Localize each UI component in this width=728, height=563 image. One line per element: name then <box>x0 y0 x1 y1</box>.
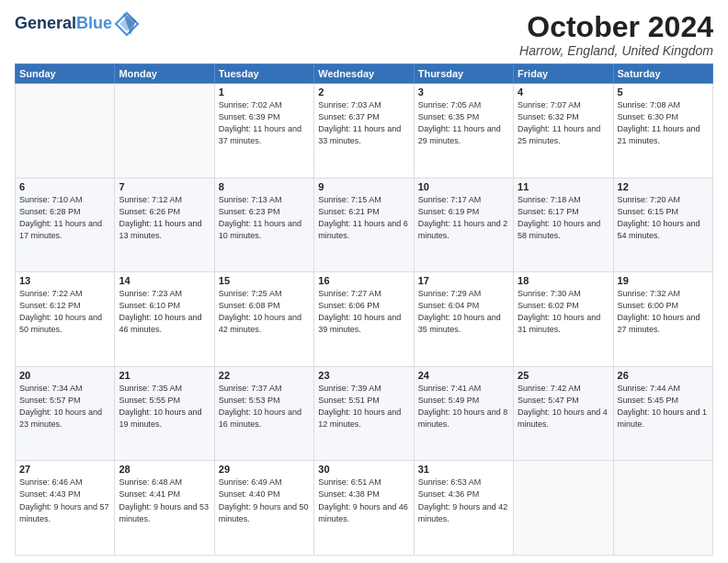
day-number: 8 <box>219 181 310 192</box>
day-info: Sunrise: 7:10 AM Sunset: 6:28 PM Dayligh… <box>19 194 110 242</box>
day-number: 22 <box>219 370 310 381</box>
calendar-week-1: 1Sunrise: 7:02 AM Sunset: 6:39 PM Daylig… <box>16 84 713 178</box>
calendar-cell: 20Sunrise: 7:34 AM Sunset: 5:57 PM Dayli… <box>16 366 115 461</box>
logo-icon <box>114 11 140 37</box>
calendar-cell: 12Sunrise: 7:20 AM Sunset: 6:15 PM Dayli… <box>613 178 712 272</box>
day-number: 11 <box>518 181 609 192</box>
day-number: 24 <box>418 370 509 381</box>
calendar-week-3: 13Sunrise: 7:22 AM Sunset: 6:12 PM Dayli… <box>16 272 713 367</box>
calendar-cell: 4Sunrise: 7:07 AM Sunset: 6:32 PM Daylig… <box>514 84 613 178</box>
day-info: Sunrise: 6:53 AM Sunset: 4:36 PM Dayligh… <box>418 477 509 524</box>
day-info: Sunrise: 6:48 AM Sunset: 4:41 PM Dayligh… <box>119 477 210 524</box>
page: GeneralBlue October 2024 Harrow, England… <box>0 0 728 563</box>
day-number: 20 <box>19 370 110 381</box>
logo-text: GeneralBlue <box>15 15 112 33</box>
calendar-cell: 14Sunrise: 7:23 AM Sunset: 6:10 PM Dayli… <box>115 272 214 367</box>
calendar-week-2: 6Sunrise: 7:10 AM Sunset: 6:28 PM Daylig… <box>16 178 713 272</box>
calendar-cell <box>613 461 712 556</box>
day-info: Sunrise: 7:32 AM Sunset: 6:00 PM Dayligh… <box>618 288 709 336</box>
calendar-cell: 22Sunrise: 7:37 AM Sunset: 5:53 PM Dayli… <box>214 366 313 461</box>
day-info: Sunrise: 7:18 AM Sunset: 6:17 PM Dayligh… <box>518 194 609 242</box>
calendar-cell: 23Sunrise: 7:39 AM Sunset: 5:51 PM Dayli… <box>314 366 414 461</box>
day-info: Sunrise: 7:27 AM Sunset: 6:06 PM Dayligh… <box>318 288 409 336</box>
day-number: 15 <box>219 275 310 286</box>
calendar-cell: 3Sunrise: 7:05 AM Sunset: 6:35 PM Daylig… <box>414 84 513 178</box>
day-number: 25 <box>518 370 609 381</box>
day-info: Sunrise: 7:03 AM Sunset: 6:37 PM Dayligh… <box>318 99 409 147</box>
day-info: Sunrise: 7:42 AM Sunset: 5:47 PM Dayligh… <box>518 383 609 431</box>
day-number: 1 <box>219 86 310 98</box>
day-info: Sunrise: 7:02 AM Sunset: 6:39 PM Dayligh… <box>219 99 310 147</box>
day-number: 2 <box>318 86 409 98</box>
day-number: 13 <box>19 275 110 286</box>
month-title: October 2024 <box>519 11 713 43</box>
day-info: Sunrise: 7:17 AM Sunset: 6:19 PM Dayligh… <box>418 194 509 242</box>
day-number: 29 <box>219 464 310 475</box>
day-info: Sunrise: 7:37 AM Sunset: 5:53 PM Dayligh… <box>219 383 310 431</box>
calendar-cell: 16Sunrise: 7:27 AM Sunset: 6:06 PM Dayli… <box>314 272 414 367</box>
day-number: 4 <box>518 86 609 98</box>
day-info: Sunrise: 7:22 AM Sunset: 6:12 PM Dayligh… <box>19 288 110 336</box>
calendar-cell: 27Sunrise: 6:46 AM Sunset: 4:43 PM Dayli… <box>16 461 115 556</box>
calendar-cell: 21Sunrise: 7:35 AM Sunset: 5:55 PM Dayli… <box>115 366 214 461</box>
calendar-cell: 24Sunrise: 7:41 AM Sunset: 5:49 PM Dayli… <box>414 366 513 461</box>
day-number: 14 <box>119 275 210 286</box>
col-thursday: Thursday <box>414 64 513 84</box>
day-info: Sunrise: 6:49 AM Sunset: 4:40 PM Dayligh… <box>219 477 310 524</box>
day-info: Sunrise: 7:12 AM Sunset: 6:26 PM Dayligh… <box>119 194 210 242</box>
day-number: 27 <box>19 464 110 475</box>
day-info: Sunrise: 7:23 AM Sunset: 6:10 PM Dayligh… <box>119 288 210 336</box>
calendar-cell: 5Sunrise: 7:08 AM Sunset: 6:30 PM Daylig… <box>613 84 712 178</box>
col-tuesday: Tuesday <box>214 64 313 84</box>
calendar-cell: 30Sunrise: 6:51 AM Sunset: 4:38 PM Dayli… <box>314 461 414 556</box>
day-info: Sunrise: 7:44 AM Sunset: 5:45 PM Dayligh… <box>618 383 709 431</box>
day-number: 30 <box>318 464 409 475</box>
day-number: 12 <box>618 181 709 192</box>
day-info: Sunrise: 6:46 AM Sunset: 4:43 PM Dayligh… <box>19 477 110 524</box>
day-info: Sunrise: 7:35 AM Sunset: 5:55 PM Dayligh… <box>119 383 210 431</box>
day-info: Sunrise: 7:07 AM Sunset: 6:32 PM Dayligh… <box>518 99 609 147</box>
day-number: 7 <box>119 181 210 192</box>
calendar-cell: 2Sunrise: 7:03 AM Sunset: 6:37 PM Daylig… <box>314 84 414 178</box>
calendar-header-row: Sunday Monday Tuesday Wednesday Thursday… <box>16 64 713 84</box>
calendar-cell: 17Sunrise: 7:29 AM Sunset: 6:04 PM Dayli… <box>414 272 513 367</box>
calendar-table: Sunday Monday Tuesday Wednesday Thursday… <box>15 63 713 556</box>
title-block: October 2024 Harrow, England, United Kin… <box>519 11 713 58</box>
calendar-cell: 15Sunrise: 7:25 AM Sunset: 6:08 PM Dayli… <box>214 272 313 367</box>
day-info: Sunrise: 7:30 AM Sunset: 6:02 PM Dayligh… <box>518 288 609 336</box>
day-number: 5 <box>618 86 709 98</box>
calendar-week-5: 27Sunrise: 6:46 AM Sunset: 4:43 PM Dayli… <box>16 461 713 556</box>
calendar-cell <box>16 84 115 178</box>
day-info: Sunrise: 7:15 AM Sunset: 6:21 PM Dayligh… <box>318 194 409 242</box>
day-number: 3 <box>418 86 509 98</box>
calendar-cell: 11Sunrise: 7:18 AM Sunset: 6:17 PM Dayli… <box>514 178 613 272</box>
day-number: 18 <box>518 275 609 286</box>
calendar-cell: 31Sunrise: 6:53 AM Sunset: 4:36 PM Dayli… <box>414 461 513 556</box>
day-number: 31 <box>418 464 509 475</box>
calendar-cell <box>514 461 613 556</box>
day-info: Sunrise: 7:39 AM Sunset: 5:51 PM Dayligh… <box>318 383 409 431</box>
calendar-cell: 25Sunrise: 7:42 AM Sunset: 5:47 PM Dayli… <box>514 366 613 461</box>
calendar-cell: 7Sunrise: 7:12 AM Sunset: 6:26 PM Daylig… <box>115 178 214 272</box>
calendar-cell: 13Sunrise: 7:22 AM Sunset: 6:12 PM Dayli… <box>16 272 115 367</box>
col-friday: Friday <box>514 64 613 84</box>
calendar-cell: 1Sunrise: 7:02 AM Sunset: 6:39 PM Daylig… <box>214 84 313 178</box>
calendar-cell <box>115 84 214 178</box>
day-number: 10 <box>418 181 509 192</box>
calendar-cell: 28Sunrise: 6:48 AM Sunset: 4:41 PM Dayli… <box>115 461 214 556</box>
calendar-cell: 9Sunrise: 7:15 AM Sunset: 6:21 PM Daylig… <box>314 178 414 272</box>
calendar-cell: 19Sunrise: 7:32 AM Sunset: 6:00 PM Dayli… <box>613 272 712 367</box>
day-info: Sunrise: 7:41 AM Sunset: 5:49 PM Dayligh… <box>418 383 509 431</box>
col-wednesday: Wednesday <box>314 64 414 84</box>
col-saturday: Saturday <box>613 64 712 84</box>
day-number: 6 <box>19 181 110 192</box>
col-sunday: Sunday <box>16 64 115 84</box>
calendar-cell: 6Sunrise: 7:10 AM Sunset: 6:28 PM Daylig… <box>16 178 115 272</box>
day-info: Sunrise: 7:05 AM Sunset: 6:35 PM Dayligh… <box>418 99 509 147</box>
calendar-cell: 10Sunrise: 7:17 AM Sunset: 6:19 PM Dayli… <box>414 178 513 272</box>
day-number: 23 <box>318 370 409 381</box>
day-info: Sunrise: 7:34 AM Sunset: 5:57 PM Dayligh… <box>19 383 110 431</box>
day-number: 28 <box>119 464 210 475</box>
day-number: 9 <box>318 181 409 192</box>
day-number: 26 <box>618 370 709 381</box>
